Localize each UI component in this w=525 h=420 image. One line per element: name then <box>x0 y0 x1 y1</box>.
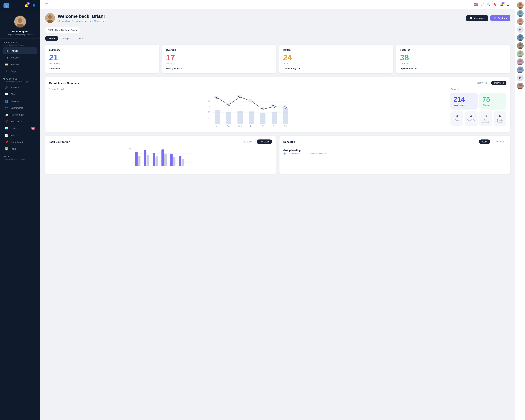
messages-icon[interactable]: 💬 <box>506 2 510 6</box>
svg-rect-61 <box>144 150 147 166</box>
help-icon: ❓ <box>5 120 8 123</box>
task-distribution-card: Task Distribution Last Week This Week 40 <box>45 136 276 174</box>
task-this-week-button[interactable]: This Week <box>257 140 272 144</box>
stat-label: Due Tasks <box>49 62 156 65</box>
sidebar-item-chat[interactable]: 💬 Chat <box>3 91 38 98</box>
svg-rect-68 <box>173 157 176 166</box>
right-panel-avatar-letter[interactable]: M <box>517 75 524 81</box>
sidebar-item-label: Analytics <box>10 56 19 59</box>
project-selector[interactable]: ACME Corp. Backend App ▾ <box>45 27 80 33</box>
right-panel-avatar[interactable] <box>517 34 524 41</box>
right-panel-avatar[interactable] <box>517 10 524 17</box>
more-options-icon[interactable]: ⋮ <box>153 48 156 51</box>
sidebar-item-crypto[interactable]: $ Crypto <box>3 68 38 75</box>
fixed-label: Fixed <box>452 119 462 121</box>
more-options-icon[interactable]: ⋮ <box>270 48 272 51</box>
svg-point-96 <box>519 84 522 86</box>
applications-label: APPLICATIONS <box>3 78 38 80</box>
applications-section: APPLICATIONS Custom made application des… <box>0 75 40 153</box>
sidebar-item-tasks[interactable]: ✅ Tasks <box>3 145 38 152</box>
stat-number: 17 <box>166 54 273 62</box>
sidebar-item-notes[interactable]: 📝 Notes <box>3 132 38 139</box>
tab-budget[interactable]: Budget <box>59 36 73 41</box>
right-panel-avatar[interactable] <box>517 50 524 57</box>
main-wrapper: ☰ 🇺🇸 ⛶ 🔍 🔖 🔔 5 💬 <box>40 0 525 420</box>
crypto-icon: $ <box>5 70 8 73</box>
event-title: Group Meeting <box>283 149 326 152</box>
welcome-greeting: Welcome back, Brian! <box>58 14 107 19</box>
svg-rect-24 <box>283 108 288 124</box>
svg-text:9: 9 <box>208 117 209 119</box>
more-options-icon[interactable]: ⋮ <box>387 48 390 51</box>
tab-team[interactable]: Team <box>74 36 86 41</box>
flag-icon[interactable]: 🇺🇸 <box>474 2 478 6</box>
tab-home[interactable]: Home <box>45 36 58 41</box>
reopened-stat: 8 Re-opened <box>479 111 492 126</box>
svg-rect-67 <box>170 154 173 166</box>
chevron-right-icon: › <box>35 121 35 122</box>
sidebar: ◇ 🔔 3 👤 Brian Hughes hughes.brian@compan… <box>0 0 40 420</box>
mailbox-icon: ✉️ <box>5 127 8 130</box>
settings-button[interactable]: ⚙️ Settings <box>490 15 510 21</box>
this-week-button[interactable]: This Week <box>491 81 506 85</box>
more-options-icon[interactable]: ⋮ <box>504 48 506 51</box>
sidebar-item-academy[interactable]: 🎓 Academy <box>3 84 38 91</box>
svg-text:Sat: Sat <box>273 125 275 127</box>
sidebar-item-mailbox[interactable]: ✉️ Mailbox 27 <box>3 125 38 132</box>
stat-number: 21 <box>49 54 156 62</box>
topbar: ☰ 🇺🇸 ⛶ 🔍 🔖 🔔 5 💬 <box>40 0 515 9</box>
sidebar-item-contacts[interactable]: 👥 Contacts <box>3 98 38 104</box>
sidebar-item-scrumboard[interactable]: 📌 Scrumboard <box>3 139 38 145</box>
svg-rect-22 <box>260 113 265 124</box>
app-logo[interactable]: ◇ <box>3 3 9 8</box>
sidebar-item-finance[interactable]: 💳 Finance <box>3 61 38 68</box>
sidebar-item-label: Help Center <box>10 120 23 123</box>
stat-label: Proposals <box>400 62 507 65</box>
fullscreen-icon[interactable]: ⛶ <box>480 3 484 6</box>
scrumboard-icon: 📌 <box>5 140 8 144</box>
right-panel-avatar[interactable] <box>517 42 524 49</box>
search-icon[interactable]: 🔍 <box>487 2 490 6</box>
sidebar-item-analytics[interactable]: ◔ Analytics <box>3 54 38 61</box>
avatar[interactable] <box>14 15 27 28</box>
sidebar-item-label: Notes <box>10 134 17 137</box>
mailbox-badge: 27 <box>31 127 35 130</box>
right-panel-avatar[interactable] <box>517 58 524 65</box>
stat-number: 38 <box>400 54 507 62</box>
reopened-number: 8 <box>481 114 490 118</box>
notification-bell-icon[interactable]: 🔔 3 <box>23 3 29 8</box>
right-panel-avatar[interactable] <box>517 18 524 25</box>
right-panel-avatar[interactable] <box>517 2 524 9</box>
github-issues-card: Github Issues Summary Last Week This Wee… <box>45 77 510 132</box>
sidebar-item-label: Finance <box>10 63 19 66</box>
notifications-icon[interactable]: 🔔 5 <box>500 2 504 6</box>
finance-icon: 💳 <box>5 63 8 66</box>
svg-rect-69 <box>179 156 181 166</box>
location-icon: 📍 <box>303 152 305 155</box>
task-dist-toggles: Last Week This Week <box>240 140 272 144</box>
sidebar-item-project[interactable]: ⊞ Project <box>3 47 38 54</box>
tomorrow-button[interactable]: Tomorrow <box>492 140 506 144</box>
right-panel-avatar[interactable] <box>517 83 524 89</box>
sidebar-item-help-center[interactable]: ❓ Help Center › <box>3 118 38 125</box>
welcome-avatar <box>45 13 55 23</box>
hamburger-icon[interactable]: ☰ <box>45 2 48 6</box>
last-week-button[interactable]: Last Week <box>474 81 489 85</box>
sidebar-top: ◇ 🔔 3 👤 <box>0 0 40 11</box>
right-panel-avatar[interactable] <box>517 66 524 73</box>
notifications-badge: 5 <box>502 1 505 4</box>
messages-button[interactable]: ✉️ Messages <box>466 15 488 21</box>
project-icon: ⊞ <box>5 49 8 53</box>
chat-icon: 💬 <box>5 93 8 96</box>
today-button[interactable]: Today <box>479 140 490 144</box>
bookmark-icon[interactable]: 🔖 <box>493 2 497 6</box>
chevron-right-icon[interactable]: › <box>506 150 506 154</box>
user-circle-icon[interactable]: 👤 <box>31 3 37 8</box>
sidebar-item-ecommerce[interactable]: 🛒 ECommerce › <box>3 104 38 111</box>
svg-point-4 <box>48 15 52 19</box>
sidebar-item-file-manager[interactable]: ☁️ File Manager <box>3 111 38 118</box>
task-last-week-button[interactable]: Last Week <box>240 140 255 144</box>
task-dist-chart: 40 <box>49 147 272 170</box>
closed-label: Closed <box>482 104 503 106</box>
right-panel-avatar-letter[interactable]: M <box>517 26 524 33</box>
